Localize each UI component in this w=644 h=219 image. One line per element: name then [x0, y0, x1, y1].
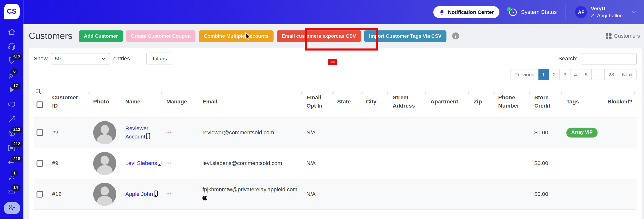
column-label-email: Email	[202, 98, 217, 106]
column-label-street: Street Address	[392, 94, 422, 110]
commentsold-logo[interactable]: CS	[4, 4, 20, 19]
column-header-name[interactable]: Name↓↑	[122, 87, 164, 117]
column-header-email[interactable]: Email↓↑	[200, 87, 304, 117]
sidebar-item-returns[interactable]: 218	[4, 158, 20, 168]
sidebar-item-customers[interactable]	[4, 202, 20, 214]
manage-menu-button[interactable]: •••	[166, 130, 172, 136]
action-button-add-customer[interactable]: Add Customer	[79, 30, 123, 42]
column-header-opt_in[interactable]: Email Opt In↓↑	[304, 87, 334, 117]
pagination-page-…[interactable]: …	[592, 69, 605, 80]
column-label-phone: Phone Number	[498, 94, 526, 110]
column-label-apartment: Apartment	[430, 98, 458, 106]
row-checkbox[interactable]	[36, 130, 43, 136]
cell-name	[122, 210, 164, 219]
sidebar-item-support[interactable]	[4, 42, 20, 52]
column-label-city: City	[366, 98, 376, 106]
pagination-next[interactable]: Next	[618, 69, 636, 80]
row-checkbox[interactable]	[36, 160, 43, 167]
apple-id-icon	[202, 194, 208, 203]
cell-state	[334, 179, 363, 210]
sidebar-item-messages[interactable]	[4, 100, 20, 110]
cell-state	[334, 210, 363, 219]
table-row-#2: #2Reviewer Account•••reviewer@commentsol…	[34, 117, 636, 148]
cell-checkbox	[34, 210, 49, 219]
badge-live: 0	[11, 68, 18, 75]
cell-phone-number	[495, 179, 532, 210]
column-label-state: State	[337, 98, 351, 106]
action-button-combine-multiple-accounts[interactable]: Combine Multiple Accounts	[199, 30, 273, 42]
cell-store-credit: $0.00	[532, 148, 564, 178]
column-header-street[interactable]: Street Address↓↑	[390, 87, 428, 117]
column-header-blocked[interactable]: Blocked?↓↑	[604, 87, 637, 117]
user-menu[interactable]: AF VeryU Angi Fallon	[575, 5, 636, 19]
manage-menu-button[interactable]: •••	[166, 192, 172, 197]
column-header-city[interactable]: City↓↑	[363, 87, 390, 117]
view-label[interactable]: Customers	[606, 33, 640, 39]
tag-pill: Array VIP	[566, 128, 598, 137]
sidebar-item-replays[interactable]: 17	[4, 86, 20, 96]
sidebar-item-inventory[interactable]: 212	[4, 144, 20, 154]
column-label-opt_in: Email Opt In	[306, 94, 324, 110]
sidebar-item-home[interactable]	[4, 28, 20, 38]
cell-email	[200, 210, 304, 219]
customer-name-link[interactable]: Reviewer Account	[125, 124, 162, 141]
pagination-previous[interactable]: Previous	[510, 69, 538, 80]
cell-store-credit: $0.00	[532, 118, 564, 148]
pagination: Previous12345…28Next	[34, 69, 636, 80]
sidebar-item-tags[interactable]: 517	[4, 57, 20, 67]
headset-icon	[7, 42, 16, 52]
sort-amount-icon	[35, 89, 42, 98]
pagination-page-2[interactable]: 2	[549, 69, 560, 80]
sidebar-item-live[interactable]: 0	[4, 71, 20, 81]
customer-name-link[interactable]: Levi Siebens	[125, 160, 162, 168]
chevron-down-icon[interactable]	[626, 8, 636, 16]
customer-name-link[interactable]: Apple John	[125, 190, 158, 198]
mobile-phone-icon	[158, 160, 162, 166]
sidebar-item-products[interactable]: 212	[4, 129, 20, 139]
pagination-page-28[interactable]: 28	[605, 69, 618, 80]
pagination-page-5[interactable]: 5	[581, 69, 592, 80]
notification-center-button[interactable]: Notification Center	[433, 6, 500, 18]
cell-city	[363, 118, 390, 148]
column-header-zip[interactable]: Zip↓↑	[471, 87, 495, 117]
cell-blocked	[604, 118, 637, 148]
manage-menu-button[interactable]: •••	[166, 160, 172, 166]
sidebar-item-setup[interactable]	[4, 114, 20, 124]
cell-photo	[90, 118, 122, 148]
cell-city	[363, 210, 390, 219]
cell-apartment	[428, 148, 471, 178]
sidebar-item-promotions[interactable]: 1	[4, 173, 20, 183]
cell-zip	[471, 210, 495, 219]
sort-arrows-icon: ↓↑	[331, 89, 334, 96]
screenshot-viewport: Notification Center ↑ System Status AF V…	[0, 0, 644, 219]
column-header-id[interactable]: Customer ID↓↑	[50, 87, 90, 117]
column-header-credit[interactable]: Store Credit↓↑	[532, 87, 564, 117]
search-input[interactable]	[581, 53, 637, 64]
cell-phone-number	[495, 148, 532, 178]
pagination-page-3[interactable]: 3	[560, 69, 570, 80]
cell-email-opt-in: N/A	[304, 179, 334, 210]
column-header-apartment[interactable]: Apartment↓↑	[428, 87, 471, 117]
column-header-phone[interactable]: Phone Number↓↑	[495, 87, 532, 117]
page-size-select[interactable]: 50	[51, 53, 110, 64]
cell-email-opt-in: N/A	[304, 118, 334, 148]
info-icon[interactable]: i	[452, 32, 459, 40]
cell-apartment	[428, 179, 471, 210]
cell-manage: •••	[164, 118, 200, 148]
column-header-state[interactable]: State↓↑	[334, 87, 363, 117]
system-status-button[interactable]: ↑ System Status	[509, 8, 557, 16]
page-size-value: 50	[55, 56, 60, 62]
action-button-create-customer-coupon[interactable]: Create Customer Coupon	[126, 30, 196, 42]
select-all-checkbox[interactable]	[36, 102, 43, 108]
mobile-phone-icon	[146, 133, 150, 139]
cell-photo	[90, 179, 122, 210]
column-header-checkbox	[34, 87, 49, 117]
cell-tags	[564, 179, 604, 210]
pagination-page-1[interactable]: 1	[538, 69, 549, 80]
column-label-id: Customer ID	[52, 94, 84, 110]
row-checkbox[interactable]	[36, 191, 43, 198]
pagination-page-4[interactable]: 4	[570, 69, 581, 80]
filters-button[interactable]: Filters	[146, 52, 173, 64]
sidebar-item-coupons[interactable]: 14	[4, 187, 20, 197]
badge-replays: 17	[11, 83, 20, 89]
